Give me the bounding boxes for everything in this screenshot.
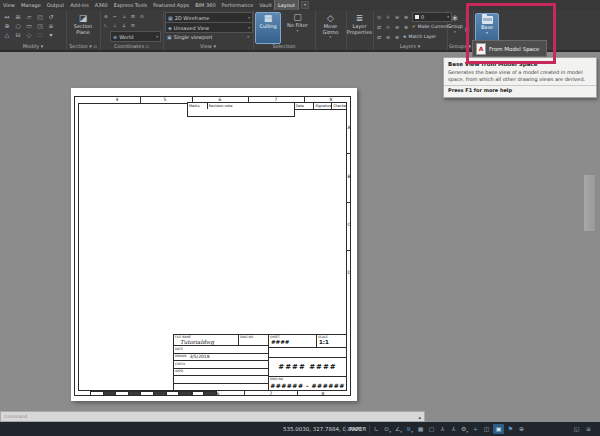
dynamic-input-icon[interactable]: ▢ <box>427 424 436 434</box>
match-layer-icon: ◈ <box>403 33 406 41</box>
ortho-icon[interactable]: ∟ <box>372 424 381 434</box>
coordinates-icon-2[interactable]: ⌐ <box>112 13 118 21</box>
culling-button[interactable]: ▦ Culling <box>255 12 281 44</box>
tab-express-tools[interactable]: Express Tools <box>111 0 150 10</box>
isodraft-icon[interactable]: ⊙▾ <box>383 424 392 434</box>
modify-icon-5[interactable]: ▾ <box>47 31 55 39</box>
isolate-objects-icon[interactable]: ⊕ <box>517 424 526 434</box>
viewport-config-dropdown[interactable]: ▣ Single viewport ▾ <box>165 32 251 41</box>
modify-icon-2[interactable]: ⊟ <box>14 31 22 39</box>
grid-icon[interactable]: ▦ <box>416 424 425 434</box>
layer-tool-icon-2[interactable]: ☼ <box>384 23 392 31</box>
tab-vault[interactable]: Vault <box>256 0 275 10</box>
zone-tick <box>244 390 245 396</box>
group-tool-icon-1[interactable]: ∗ <box>463 15 471 23</box>
layer-tool-icon-1[interactable]: ⇄ <box>375 23 383 31</box>
coordinates-icon-3[interactable]: ∠ <box>121 22 127 30</box>
scale-bar-segment <box>129 392 142 395</box>
from-model-space-label: From Model Space <box>489 46 539 52</box>
group-button[interactable]: ∗ Group ▾ <box>447 13 463 43</box>
make-current-label: Make Current <box>418 23 448 31</box>
ribbon-options-icon[interactable]: ▾ <box>301 1 309 9</box>
panel-label-view[interactable]: View ▾ <box>163 43 253 50</box>
coordinates-icon-4[interactable]: ⊞ <box>130 13 136 21</box>
paper-space-toggle[interactable]: PAPER <box>349 422 366 436</box>
match-layer-button[interactable]: ◈ Match Layer <box>403 33 436 41</box>
title-block-row-value: 3/5/2018 <box>189 354 209 359</box>
ucs-dropdown[interactable]: ⊕ World ▾ <box>110 31 161 42</box>
coordinates-icon-2[interactable]: ⊥ <box>112 22 118 30</box>
tab-a360[interactable]: A360 <box>92 0 111 10</box>
expand-arrow-icon[interactable]: ▴ <box>418 413 421 421</box>
panel-label-coordinates[interactable]: Coordinates ▫ <box>100 43 163 50</box>
base-flyout-item-from-model-space[interactable]: A From Model Space <box>472 40 547 57</box>
tab-performance[interactable]: Performance <box>219 0 257 10</box>
modify-icon-1[interactable]: ⊕ <box>3 22 11 30</box>
tab-manage[interactable]: Manage <box>18 0 44 10</box>
move-gizmo-button[interactable]: ◇ Move Gizmo ▾ <box>317 13 344 45</box>
layer-state-icon-2[interactable]: ☼ <box>384 13 392 21</box>
annotation-visibility-icon[interactable]: ⅄ <box>438 424 447 434</box>
polar-tracking-icon[interactable]: ∠▾ <box>394 424 403 434</box>
section-plane-button[interactable]: ◪ Section Plane <box>69 13 97 42</box>
layer-state-icon-4[interactable]: ⊗ <box>402 13 410 21</box>
modify-icon-3[interactable]: ▱ <box>25 13 33 21</box>
clean-screen-icon[interactable]: ◱ <box>572 424 581 434</box>
command-line[interactable]: Command ▴ <box>0 411 425 422</box>
tab-layout[interactable]: Layout <box>275 0 298 10</box>
group-tool-icon-2[interactable]: ▣ <box>463 25 471 33</box>
modify-icon-4[interactable]: ◳ <box>36 22 44 30</box>
layer-tool-icon-4[interactable]: ⊗ <box>402 23 410 31</box>
modify-icon-2[interactable]: ○ <box>14 22 22 30</box>
modify-icon-5[interactable]: ≡ <box>47 22 55 30</box>
modify-icon-3[interactable]: ▭ <box>25 22 33 30</box>
coordinates-icon-1[interactable]: ∟ <box>103 22 109 30</box>
zone-number-top: 8 <box>330 97 333 102</box>
panel-label-layers[interactable]: Layers ▾ <box>373 43 447 50</box>
modify-icon-1[interactable]: ↔ <box>3 13 11 21</box>
coordinates-icon-1[interactable]: ⊕ <box>103 13 109 21</box>
quick-properties-icon[interactable]: ▣ <box>493 424 504 434</box>
tab-bim-360[interactable]: BIM 360 <box>192 0 218 10</box>
make-current-icon: ✔ <box>412 23 416 31</box>
tab-output[interactable]: Output <box>44 0 67 10</box>
zone-letter-right: B <box>348 174 351 179</box>
modify-icon-3[interactable]: ◇ <box>25 31 33 39</box>
osnap-icon[interactable]: ≋▾ <box>405 424 414 434</box>
lock-ui-icon[interactable]: ⚑ <box>506 424 515 434</box>
layer-tool-icon-3[interactable]: ⊖ <box>393 23 401 31</box>
coordinates-icon-5[interactable]: ⊙ <box>139 13 145 21</box>
layer-tool-icon-3[interactable]: ⊗ <box>393 33 401 41</box>
drawing-canvas[interactable]: MarksRevision noteDateSignatureChecked F… <box>0 52 600 411</box>
customize-icon[interactable]: ≡ <box>584 424 593 434</box>
workspace-gear-icon[interactable]: ⚙▾ <box>460 424 469 434</box>
coordinates-icon-3[interactable]: ⊿ <box>121 13 127 21</box>
make-current-button[interactable]: ✔ Make Current <box>412 23 448 31</box>
panel-label-selection[interactable]: Selection <box>253 43 315 50</box>
panel-label-section[interactable]: Section ▾ ▫ <box>66 43 100 50</box>
tab-add-ins[interactable]: Add-ins <box>67 0 92 10</box>
layer-properties-button[interactable]: ≣ Layer Properties <box>347 13 372 45</box>
modify-icon-4[interactable]: ◰ <box>36 13 44 21</box>
modify-icon-4[interactable]: ∷ <box>36 31 44 39</box>
modify-icon-2[interactable]: ⊞ <box>14 13 22 21</box>
layer-state-icon-3[interactable]: ⊖ <box>393 13 401 21</box>
modify-icon-1[interactable]: △ <box>3 31 11 39</box>
no-filter-button[interactable]: ▢ No Filter ▾ <box>284 12 311 42</box>
layer-state-icon-1[interactable]: ⊙ <box>375 13 383 21</box>
layer-tool-icon-2[interactable]: ⊖ <box>384 33 392 41</box>
tab-view[interactable]: View <box>0 0 18 10</box>
annotation-monitor-icon[interactable]: + <box>471 424 480 434</box>
panel-label-groups[interactable]: Groups ▾ <box>447 43 473 50</box>
units-icon[interactable]: ◫ <box>482 424 491 434</box>
zone-letter-right: C <box>348 222 351 227</box>
vertical-scrollbar-thumb[interactable] <box>583 174 596 232</box>
title-block-row: CHECK <box>174 361 268 369</box>
tab-featured-apps[interactable]: Featured Apps <box>150 0 192 10</box>
modify-icon-5[interactable]: ↺ <box>47 13 55 21</box>
coordinates-icon-4[interactable]: ⊡ <box>130 22 136 30</box>
panel-label-modify[interactable]: Modify ▾ <box>0 43 66 50</box>
layer-dropdown[interactable]: 0 ▾ <box>412 12 452 22</box>
layer-tool-icon-1[interactable]: ⇄ <box>375 33 383 41</box>
annotation-autoscale-icon[interactable]: ⅄ <box>449 424 458 434</box>
